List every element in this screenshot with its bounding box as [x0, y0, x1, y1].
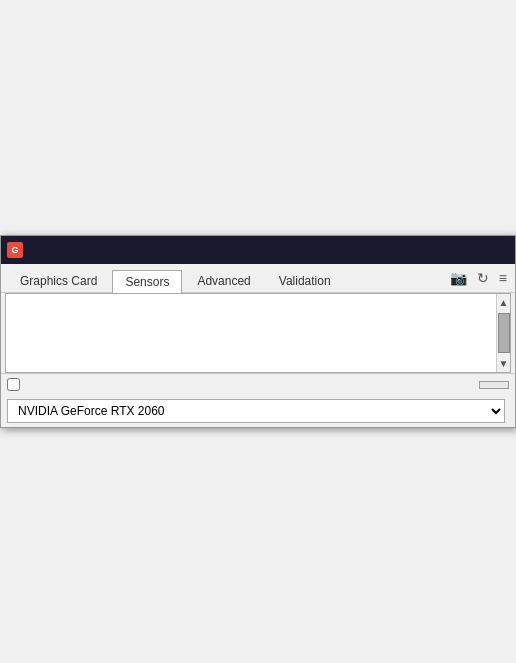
sensors-content: ▲ ▼ — [5, 293, 511, 373]
minimize-button[interactable] — [447, 241, 465, 259]
camera-button[interactable]: 📷 — [448, 268, 469, 288]
title-bar: G — [1, 236, 515, 264]
sensors-list — [6, 294, 496, 372]
scroll-thumb[interactable] — [498, 313, 510, 353]
app-icon: G — [7, 242, 23, 258]
scrollbar[interactable]: ▲ ▼ — [496, 294, 510, 372]
reset-button[interactable] — [479, 381, 509, 389]
tab-graphics-card[interactable]: Graphics Card — [7, 269, 110, 292]
tab-validation[interactable]: Validation — [266, 269, 344, 292]
log-to-file-label[interactable] — [7, 378, 24, 391]
scroll-down-arrow[interactable]: ▼ — [496, 355, 512, 372]
tab-bar: Graphics Card Sensors Advanced Validatio… — [1, 264, 515, 293]
toolbar-icons: 📷 ↻ ≡ — [448, 268, 509, 292]
tab-sensors[interactable]: Sensors — [112, 270, 182, 293]
close-button[interactable] — [491, 241, 509, 259]
menu-button[interactable]: ≡ — [497, 268, 509, 288]
maximize-button[interactable] — [469, 241, 487, 259]
window-controls — [447, 241, 509, 259]
device-bar: NVIDIA GeForce RTX 2060 — [1, 395, 515, 427]
tab-advanced[interactable]: Advanced — [184, 269, 263, 292]
content-wrapper: ▲ ▼ — [6, 294, 510, 372]
main-window: G Graphics Card Sensors Advanced Validat… — [0, 235, 516, 428]
device-select[interactable]: NVIDIA GeForce RTX 2060 — [7, 399, 505, 423]
refresh-button[interactable]: ↻ — [475, 268, 491, 288]
bottom-bar — [1, 373, 515, 395]
log-to-file-checkbox[interactable] — [7, 378, 20, 391]
scroll-up-arrow[interactable]: ▲ — [496, 294, 512, 311]
